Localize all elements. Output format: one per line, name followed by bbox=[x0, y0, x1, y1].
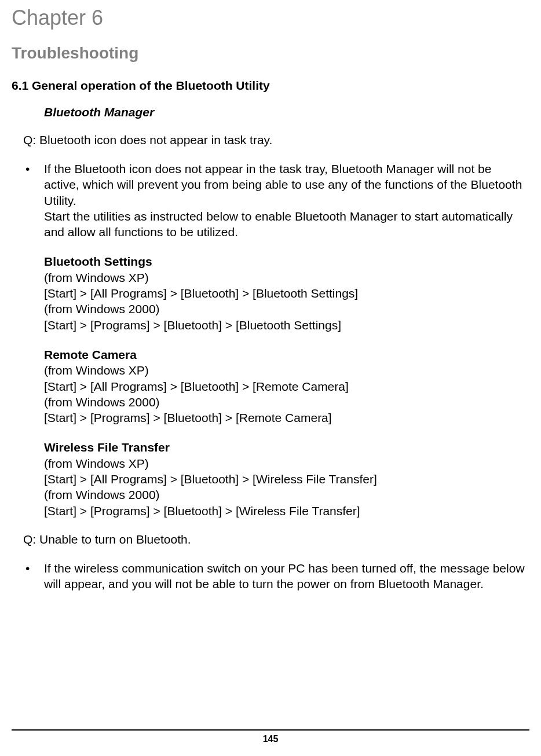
settings-w2k-path: [Start] > [Programs] > [Bluetooth] > [Bl… bbox=[44, 317, 529, 333]
wireless-file-transfer-group: Wireless File Transfer (from Windows XP)… bbox=[44, 439, 529, 518]
wft-xp-path: [Start] > [All Programs] > [Bluetooth] >… bbox=[44, 471, 529, 487]
bullet-item-2: • If the wireless communication switch o… bbox=[23, 560, 529, 592]
bluetooth-settings-title: Bluetooth Settings bbox=[44, 254, 529, 269]
bullet-1-para-1: If the Bluetooth icon does not appear in… bbox=[44, 161, 529, 208]
bullet-content-1: If the Bluetooth icon does not appear in… bbox=[44, 161, 529, 519]
wft-title: Wireless File Transfer bbox=[44, 439, 529, 455]
camera-xp-label: (from Windows XP) bbox=[44, 362, 529, 378]
bullet-dot-icon: • bbox=[23, 161, 44, 519]
settings-xp-path: [Start] > [All Programs] > [Bluetooth] >… bbox=[44, 285, 529, 301]
camera-w2k-path: [Start] > [Programs] > [Bluetooth] > [Re… bbox=[44, 410, 529, 425]
document-page: Chapter 6 Troubleshooting 6.1 General op… bbox=[0, 0, 541, 756]
bullet-2-para-1: If the wireless communication switch on … bbox=[44, 560, 529, 592]
settings-w2k-label: (from Windows 2000) bbox=[44, 301, 529, 317]
wft-xp-label: (from Windows XP) bbox=[44, 456, 529, 471]
wft-w2k-label: (from Windows 2000) bbox=[44, 487, 529, 502]
question-2: Q: Unable to turn on Bluetooth. bbox=[23, 533, 529, 546]
bluetooth-manager-heading: Bluetooth Manager bbox=[44, 105, 529, 119]
bullet-1-para-2: Start the utilities as instructed below … bbox=[44, 208, 529, 240]
wft-w2k-path: [Start] > [Programs] > [Bluetooth] > [Wi… bbox=[44, 503, 529, 519]
camera-xp-path: [Start] > [All Programs] > [Bluetooth] >… bbox=[44, 379, 529, 394]
bullet-item-1: • If the Bluetooth icon does not appear … bbox=[23, 161, 529, 519]
section-title: Troubleshooting bbox=[12, 44, 529, 63]
remote-camera-title: Remote Camera bbox=[44, 347, 529, 362]
bullet-content-2: If the wireless communication switch on … bbox=[44, 560, 529, 592]
camera-w2k-label: (from Windows 2000) bbox=[44, 394, 529, 410]
settings-xp-label: (from Windows XP) bbox=[44, 270, 529, 285]
remote-camera-group: Remote Camera (from Windows XP) [Start] … bbox=[44, 347, 529, 425]
bluetooth-settings-group: Bluetooth Settings (from Windows XP) [St… bbox=[44, 254, 529, 332]
footer-divider bbox=[12, 729, 529, 731]
subsection-heading: 6.1 General operation of the Bluetooth U… bbox=[12, 79, 529, 93]
page-number: 145 bbox=[12, 734, 529, 744]
question-1: Q: Bluetooth icon does not appear in tas… bbox=[23, 133, 529, 147]
bullet-dot-icon: • bbox=[23, 560, 44, 592]
chapter-title: Chapter 6 bbox=[12, 6, 529, 30]
page-footer: 145 bbox=[12, 729, 529, 744]
